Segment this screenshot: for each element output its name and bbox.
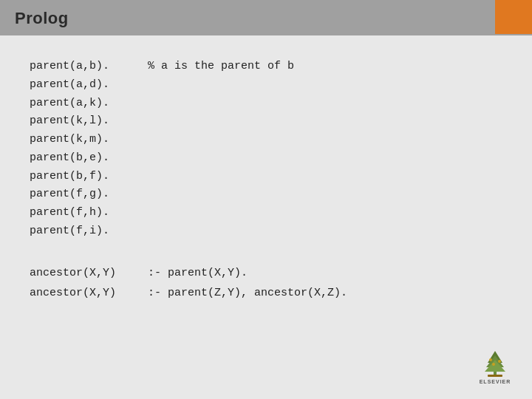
fact-5: parent(k,m). (30, 131, 148, 149)
elsevier-tree-icon (477, 349, 513, 378)
code-line-10: parent(f,i). (30, 222, 502, 241)
fact-2: parent(a,d). (30, 76, 148, 95)
elsevier-label: ELSEVIER (480, 379, 511, 384)
prolog-facts-block: parent(a,b). % a is the parent of b pare… (30, 58, 502, 241)
code-line-2: parent(a,d). (30, 76, 502, 95)
prolog-rules-block: ancestor(X,Y) :- parent(X,Y). ancestor(X… (30, 263, 502, 303)
rule-1-body: :- parent(X,Y). (148, 263, 248, 283)
code-line-3: parent(a,k). (30, 95, 502, 113)
header: Prolog (0, 0, 532, 35)
fact-1: parent(a,b). (30, 58, 148, 76)
svg-point-5 (489, 358, 492, 361)
elsevier-logo: ELSEVIER (473, 340, 517, 384)
code-line-1: parent(a,b). % a is the parent of b (30, 58, 502, 76)
fact-10: parent(f,i). (30, 222, 148, 241)
fact-6: parent(b,e). (30, 149, 148, 168)
slide-title: Prolog (15, 9, 69, 28)
fact-8: parent(f,g). (30, 185, 148, 204)
code-line-4: parent(k,l). (30, 112, 502, 131)
fact-4: parent(k,l). (30, 112, 148, 131)
fact-9: parent(f,h). (30, 204, 148, 222)
code-line-7: parent(b,f). (30, 168, 502, 186)
slide: Prolog parent(a,b). % a is the parent of… (0, 0, 532, 399)
code-line-8: parent(f,g). (30, 185, 502, 204)
fact-3: parent(a,k). (30, 95, 148, 113)
svg-rect-1 (488, 375, 502, 377)
orange-accent-decoration (495, 0, 532, 34)
rule-2-body: :- parent(Z,Y), ancestor(X,Z). (148, 283, 347, 303)
code-line-5: parent(k,m). (30, 131, 502, 149)
svg-point-7 (492, 363, 495, 366)
content-area: parent(a,b). % a is the parent of b pare… (0, 35, 532, 318)
code-line-9: parent(f,h). (30, 204, 502, 222)
svg-point-6 (498, 360, 501, 363)
rule-1-head: ancestor(X,Y) (30, 263, 148, 283)
comment-1: % a is the parent of b (148, 58, 294, 76)
rule-line-2: ancestor(X,Y) :- parent(Z,Y), ancestor(X… (30, 283, 502, 303)
rule-line-1: ancestor(X,Y) :- parent(X,Y). (30, 263, 502, 283)
code-line-6: parent(b,e). (30, 149, 502, 168)
rule-2-head: ancestor(X,Y) (30, 283, 148, 303)
fact-7: parent(b,f). (30, 168, 148, 186)
